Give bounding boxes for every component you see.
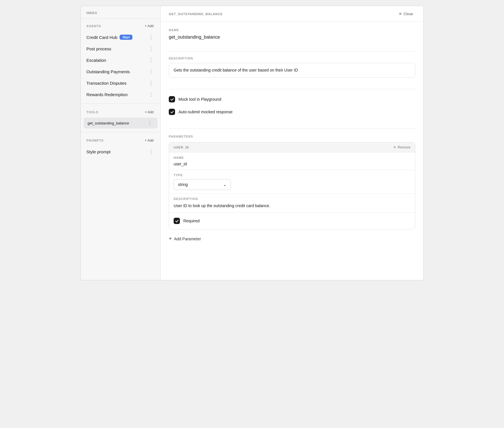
sidebar-item-left: Escalation	[86, 58, 106, 63]
agents-section-header: AGENTS + Add	[81, 23, 160, 31]
agent-menu-credit-card-hub[interactable]: ⋮	[147, 34, 155, 40]
separator-3	[169, 128, 415, 128]
tools-section-header: TOOLS + Add	[81, 110, 160, 118]
checkboxes-section: Mock tool in Playground Auto-submit mock…	[169, 94, 415, 117]
agents-label: AGENTS	[86, 24, 101, 28]
main-title: GET_OUTSTANDING_BALANCE	[169, 12, 223, 16]
close-label: Close	[404, 12, 413, 16]
param-description-value: User ID to look up the outstanding credi…	[174, 203, 410, 209]
separator-1	[169, 51, 415, 51]
close-x-icon: ✕	[399, 12, 402, 16]
tools-section: TOOLS + Add get_outstanding_balance ⋮	[81, 105, 160, 131]
sidebar-item-left: Transaction Disputes	[86, 81, 126, 86]
checkbox-icon-required	[174, 218, 180, 224]
description-box: Gets the outstanding credit balance of t…	[169, 63, 415, 78]
agents-section: AGENTS + Add Credit Card Hub Start ⋮ Pos…	[81, 19, 160, 102]
agent-label-transaction-disputes: Transaction Disputes	[86, 81, 126, 86]
agent-menu-post-process[interactable]: ⋮	[147, 45, 155, 52]
description-section: DESCRIPTION Gets the outstanding credit …	[169, 57, 415, 78]
sidebar-divider-2	[81, 132, 160, 132]
plus-icon: +	[169, 236, 172, 242]
main-header: GET_OUTSTANDING_BALANCE ✕ Close	[161, 6, 423, 21]
app-container: INDEX AGENTS + Add Credit Card Hub Start…	[80, 6, 424, 280]
agent-label-rewards-redemption: Rewards Redemption	[86, 92, 128, 97]
checkbox-row-required[interactable]: Required	[174, 216, 410, 226]
checkbox-label-mock-tool: Mock tool in Playground	[178, 97, 221, 102]
add-parameter-label: Add Parameter	[174, 237, 201, 241]
agent-menu-escalation[interactable]: ⋮	[147, 57, 155, 63]
start-badge[interactable]: Start	[120, 35, 132, 40]
chevron-down-icon: ⌄	[223, 182, 227, 187]
remove-button-user-id[interactable]: ✕ Remove	[393, 145, 410, 149]
add-parameter-button[interactable]: + Add Parameter	[169, 233, 201, 245]
required-label: Required	[183, 219, 200, 223]
prompts-label: PROMPTS	[86, 139, 104, 142]
parameters-section: PARAMETERS USER_ID ✕ Remove NAME	[169, 135, 415, 245]
sidebar-item-left: Post process	[86, 46, 111, 51]
checkbox-icon-auto-submit	[169, 109, 175, 115]
prompt-menu-style-prompt[interactable]: ⋮	[147, 148, 155, 155]
sidebar-item-left: Outstanding Payments	[86, 69, 130, 74]
sidebar-item-left: Rewards Redemption	[86, 92, 128, 97]
param-type-field-label: TYPE	[174, 173, 410, 177]
param-card-header-user-id: USER_ID ✕ Remove	[169, 142, 415, 152]
tool-label-get-outstanding-balance: get_outstanding_balance	[88, 121, 129, 125]
param-type-field: TYPE string ⌄	[169, 170, 415, 194]
sidebar-item-left: Credit Card Hub Start	[86, 35, 132, 40]
param-card-user-id: USER_ID ✕ Remove NAME user_id	[169, 142, 415, 229]
checkbox-icon-mock-tool	[169, 96, 175, 102]
prompt-label-style-prompt: Style prompt	[86, 149, 110, 154]
param-card-body-user-id: NAME user_id TYPE string ⌄	[169, 152, 415, 229]
sidebar-item-style-prompt[interactable]: Style prompt ⋮	[81, 146, 160, 157]
agents-add-button[interactable]: + Add	[144, 23, 155, 29]
name-value: get_outstanding_balance	[169, 35, 415, 40]
remove-label: Remove	[398, 145, 410, 149]
sidebar-divider-1	[81, 104, 160, 104]
description-label: DESCRIPTION	[169, 57, 415, 60]
remove-x-icon: ✕	[393, 145, 396, 149]
param-name-value: user_id	[174, 162, 410, 166]
agent-label-outstanding-payments: Outstanding Payments	[86, 69, 130, 74]
checkbox-label-auto-submit: Auto-submit mocked response	[178, 110, 233, 114]
agent-menu-transaction-disputes[interactable]: ⋮	[147, 80, 155, 86]
sidebar: INDEX AGENTS + Add Credit Card Hub Start…	[81, 6, 161, 280]
param-description-field-label: DESCRIPTION	[174, 197, 410, 201]
sidebar-item-outstanding-payments[interactable]: Outstanding Payments ⋮	[81, 66, 160, 77]
sidebar-item-left: Style prompt	[86, 149, 110, 154]
sidebar-item-rewards-redemption[interactable]: Rewards Redemption ⋮	[81, 89, 160, 100]
tool-menu-get-outstanding-balance[interactable]: ⋮	[146, 120, 154, 126]
prompts-add-button[interactable]: + Add	[144, 138, 155, 143]
type-select-value: string	[178, 182, 188, 187]
separator-2	[169, 89, 415, 89]
param-description-field: DESCRIPTION User ID to look up the outst…	[169, 194, 415, 213]
type-select[interactable]: string ⌄	[174, 179, 231, 190]
tools-label: TOOLS	[86, 110, 98, 114]
sidebar-header: INDEX	[81, 6, 160, 19]
sidebar-item-post-process[interactable]: Post process ⋮	[81, 43, 160, 54]
agent-label-post-process: Post process	[86, 46, 111, 51]
agent-label-credit-card-hub: Credit Card Hub	[86, 35, 117, 40]
name-section: NAME get_outstanding_balance	[169, 28, 415, 40]
checkbox-row-mock-tool[interactable]: Mock tool in Playground	[169, 94, 415, 104]
param-header-label-user-id: USER_ID	[174, 146, 189, 149]
param-name-field-label: NAME	[174, 156, 410, 159]
name-label: NAME	[169, 28, 415, 32]
sidebar-item-escalation[interactable]: Escalation ⋮	[81, 54, 160, 66]
main-body: NAME get_outstanding_balance DESCRIPTION…	[161, 21, 423, 251]
main-content: GET_OUTSTANDING_BALANCE ✕ Close NAME get…	[161, 6, 423, 280]
sidebar-item-get-outstanding-balance[interactable]: get_outstanding_balance ⋮	[84, 118, 158, 128]
param-name-field: NAME user_id	[169, 152, 415, 170]
agent-label-escalation: Escalation	[86, 58, 106, 63]
sidebar-item-credit-card-hub[interactable]: Credit Card Hub Start ⋮	[81, 31, 160, 43]
agent-menu-outstanding-payments[interactable]: ⋮	[147, 68, 155, 75]
parameters-label: PARAMETERS	[169, 135, 415, 138]
close-button[interactable]: ✕ Close	[396, 11, 415, 17]
sidebar-item-transaction-disputes[interactable]: Transaction Disputes ⋮	[81, 77, 160, 89]
checkbox-row-auto-submit[interactable]: Auto-submit mocked response	[169, 107, 415, 117]
prompts-section-header: PROMPTS + Add	[81, 138, 160, 146]
tools-add-button[interactable]: + Add	[144, 110, 155, 115]
agent-menu-rewards-redemption[interactable]: ⋮	[147, 91, 155, 98]
prompts-section: PROMPTS + Add Style prompt ⋮	[81, 133, 160, 160]
param-required-field: Required	[169, 213, 415, 229]
